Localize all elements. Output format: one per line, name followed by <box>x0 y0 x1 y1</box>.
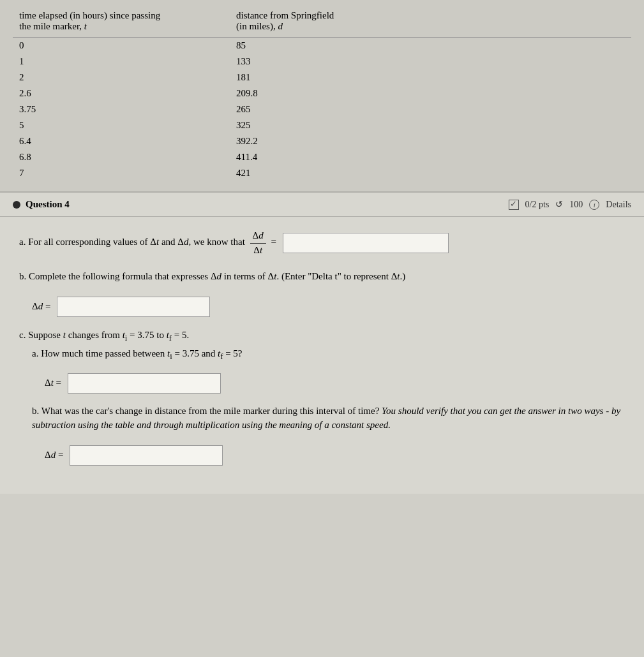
delta-t-input[interactable] <box>68 373 221 394</box>
table-cell-d: 411.4 <box>230 149 631 165</box>
info-icon: i <box>589 200 599 210</box>
question-body: a. For all corresponding values of Δt an… <box>0 217 644 494</box>
table-row: 6.4392.2 <box>13 133 631 149</box>
part-a: a. For all corresponding values of Δt an… <box>19 230 625 256</box>
question-title: Question 4 <box>26 199 70 210</box>
table-cell-t: 2 <box>13 70 230 85</box>
part-a-input[interactable] <box>283 233 449 253</box>
table-row: 1133 <box>13 54 631 70</box>
equals-sign: = <box>271 237 278 247</box>
delta-t-label: Δt = <box>45 378 61 388</box>
part-a-label: a. For all corresponding values of Δt an… <box>19 230 625 256</box>
table-row: 7421 <box>13 165 631 181</box>
part-b: b. Complete the following formula that e… <box>19 269 625 317</box>
sub-a-label: a. How much time passed between ti = 3.7… <box>32 348 625 362</box>
question-label: Question 4 <box>13 199 70 210</box>
table-cell-d: 181 <box>230 70 631 85</box>
part-b-input-row: Δd = <box>32 297 210 317</box>
table-cell-t: 6.4 <box>13 133 230 149</box>
table-cell-d: 85 <box>230 38 631 54</box>
table-row: 2181 <box>13 70 631 85</box>
fraction-denominator: Δt <box>251 244 265 257</box>
delta-d-label: Δd = <box>32 301 50 312</box>
retries-text: 100 <box>569 200 583 210</box>
part-b-input[interactable] <box>57 297 210 317</box>
question-meta: 0/2 pts ↺ 100 i Details <box>509 199 631 210</box>
data-table: time elapsed (in hours) since passingthe… <box>13 8 631 181</box>
table-row: 2.6209.8 <box>13 85 631 101</box>
fraction-numerator: Δd <box>250 230 266 244</box>
table-cell-t: 6.8 <box>13 149 230 165</box>
question-dot <box>13 201 20 209</box>
table-cell-d: 325 <box>230 117 631 133</box>
table-cell-d: 421 <box>230 165 631 181</box>
col2-header: distance from Springfield(in miles), d <box>230 8 631 38</box>
part-b-description: b. Complete the following formula that e… <box>19 269 625 284</box>
delta-d2-label: Δd = <box>45 450 63 461</box>
undo-icon: ↺ <box>555 199 563 210</box>
table-row: 5325 <box>13 117 631 133</box>
part-c-sub-b: b. What was the car's change in distance… <box>32 404 625 466</box>
part-a-text: a. For all corresponding values of Δt an… <box>19 237 248 247</box>
table-cell-t: 2.6 <box>13 85 230 101</box>
part-c: c. Suppose t changes from ti = 3.75 to t… <box>19 330 625 466</box>
details-label: Details <box>606 200 631 210</box>
sub-b-description: b. What was the car's change in distance… <box>32 404 625 432</box>
table-cell-d: 265 <box>230 101 631 117</box>
check-icon <box>509 200 519 210</box>
table-cell-t: 1 <box>13 54 230 70</box>
fraction-delta-d-over-delta-t: Δd Δt <box>250 230 266 256</box>
table-cell-t: 7 <box>13 165 230 181</box>
table-cell-t: 5 <box>13 117 230 133</box>
table-cell-d: 133 <box>230 54 631 70</box>
table-cell-t: 3.75 <box>13 101 230 117</box>
delta-t-input-row: Δt = <box>45 373 221 394</box>
table-row: 085 <box>13 38 631 54</box>
points-text: 0/2 pts <box>525 200 550 210</box>
table-cell-d: 209.8 <box>230 85 631 101</box>
table-cell-d: 392.2 <box>230 133 631 149</box>
data-table-section: time elapsed (in hours) since passingthe… <box>0 0 644 192</box>
part-c-sub-a: a. How much time passed between ti = 3.7… <box>32 348 625 394</box>
col1-header: time elapsed (in hours) since passingthe… <box>13 8 230 38</box>
table-cell-t: 0 <box>13 38 230 54</box>
part-c-label: c. Suppose t changes from ti = 3.75 to t… <box>19 330 625 343</box>
table-row: 3.75265 <box>13 101 631 117</box>
delta-d2-input-row: Δd = <box>45 445 223 466</box>
question-header: Question 4 0/2 pts ↺ 100 i Details <box>0 192 644 217</box>
table-row: 6.8411.4 <box>13 149 631 165</box>
delta-d2-input[interactable] <box>70 445 223 466</box>
